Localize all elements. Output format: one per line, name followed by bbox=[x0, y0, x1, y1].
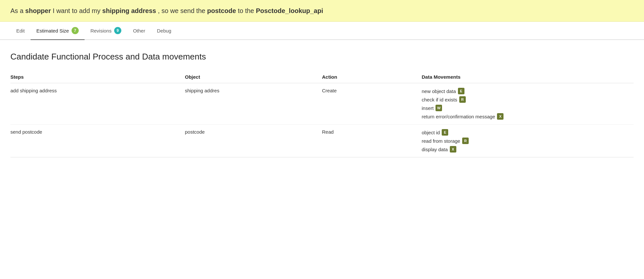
banner-shopper: shopper bbox=[25, 7, 51, 14]
movement-label: object id bbox=[422, 130, 440, 135]
movement-badge: X bbox=[497, 113, 503, 120]
tab-revisions[interactable]: Revisions 9 bbox=[85, 22, 127, 40]
tab-estimated-size-label: Estimated Size bbox=[36, 28, 69, 33]
movement-label: new object data bbox=[422, 88, 456, 94]
tab-revisions-label: Revisions bbox=[90, 28, 112, 33]
story-banner: As a shopper I want to add my shipping a… bbox=[0, 0, 644, 22]
tab-edit-label: Edit bbox=[16, 28, 25, 33]
movement-label: check if id exists bbox=[422, 97, 457, 102]
revisions-badge: 9 bbox=[114, 27, 121, 34]
data-movement-item: check if id existsR bbox=[422, 96, 628, 103]
cell-action: Read bbox=[322, 125, 422, 157]
data-movement-item: insertW bbox=[422, 105, 628, 111]
movement-label: read from storage bbox=[422, 138, 460, 144]
tab-other-label: Other bbox=[133, 28, 145, 33]
table-row: add shipping addressshipping addresCreat… bbox=[10, 83, 634, 125]
main-content: Candidate Functional Process and Data mo… bbox=[0, 40, 644, 169]
movement-label: display data bbox=[422, 147, 448, 152]
col-header-action: Action bbox=[322, 71, 422, 83]
col-header-object: Object bbox=[185, 71, 322, 83]
table-row: send postcodepostcodeReadobject idEread … bbox=[10, 125, 634, 157]
col-header-data-movements: Data Movements bbox=[422, 71, 634, 83]
data-table: Steps Object Action Data Movements add s… bbox=[10, 71, 634, 157]
movement-label: insert bbox=[422, 105, 434, 111]
estimated-size-badge: 7 bbox=[72, 27, 79, 34]
data-movement-item: object idE bbox=[422, 129, 628, 136]
movement-badge: E bbox=[458, 88, 464, 94]
cell-object: shipping addres bbox=[185, 83, 322, 125]
banner-api-name: Posctode_lookup_api bbox=[256, 7, 323, 14]
movement-badge: E bbox=[442, 129, 448, 136]
banner-shipping-address: shipping address bbox=[102, 7, 156, 14]
tab-debug[interactable]: Debug bbox=[151, 23, 177, 39]
movement-badge: X bbox=[450, 146, 456, 153]
banner-postcode: postcode bbox=[207, 7, 236, 14]
cell-steps: send postcode bbox=[10, 125, 185, 157]
cell-data-movements: object idEread from storageRdisplay data… bbox=[422, 125, 634, 157]
movement-label: return error/confirmation message bbox=[422, 114, 495, 119]
col-header-steps: Steps bbox=[10, 71, 185, 83]
tab-other[interactable]: Other bbox=[127, 23, 151, 39]
movement-badge: R bbox=[462, 138, 469, 144]
cell-action: Create bbox=[322, 83, 422, 125]
data-movement-item: new object dataE bbox=[422, 88, 628, 94]
section-title: Candidate Functional Process and Data mo… bbox=[10, 52, 634, 62]
data-movement-item: display dataX bbox=[422, 146, 628, 153]
tab-edit[interactable]: Edit bbox=[10, 23, 31, 39]
cell-object: postcode bbox=[185, 125, 322, 157]
tabs-bar: Edit Estimated Size 7 Revisions 9 Other … bbox=[0, 22, 644, 40]
data-movement-item: return error/confirmation messageX bbox=[422, 113, 628, 120]
tab-debug-label: Debug bbox=[157, 28, 171, 33]
movement-badge: R bbox=[459, 96, 466, 103]
movement-badge: W bbox=[436, 105, 442, 111]
cell-data-movements: new object dataEcheck if id existsRinser… bbox=[422, 83, 634, 125]
cell-steps: add shipping address bbox=[10, 83, 185, 125]
tab-estimated-size[interactable]: Estimated Size 7 bbox=[31, 22, 85, 40]
data-movement-item: read from storageR bbox=[422, 138, 628, 144]
